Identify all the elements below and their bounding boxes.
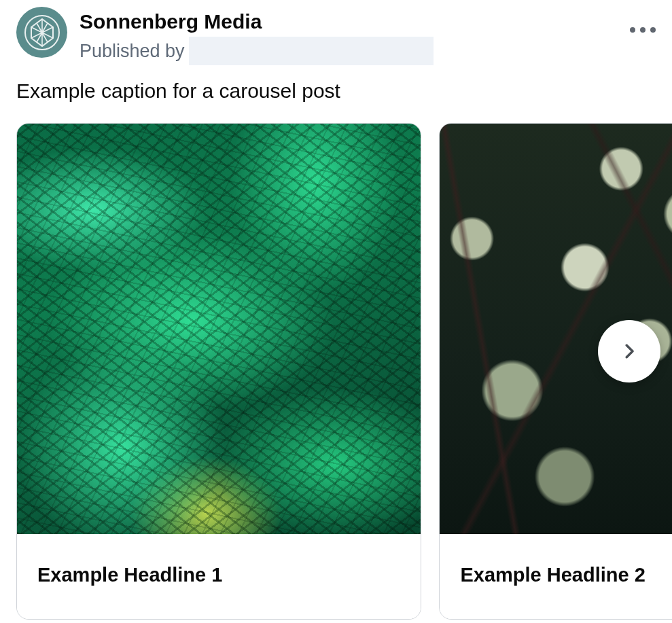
published-by-redacted — [189, 37, 434, 65]
post-caption: Example caption for a carousel post — [0, 65, 672, 104]
card-caption-area: Example Headline 2 — [440, 534, 672, 619]
card-headline: Example Headline 1 — [37, 564, 400, 586]
more-menu-button[interactable] — [630, 27, 656, 33]
chevron-right-icon — [619, 341, 639, 361]
carousel[interactable]: Example Headline 1 Example Headline 2 — [0, 123, 672, 620]
carousel-next-button[interactable] — [598, 320, 660, 382]
published-by-label: Published by — [79, 41, 185, 62]
post-header: Sonnenberg Media Published by — [0, 0, 672, 65]
card-image[interactable] — [17, 124, 421, 534]
carousel-card[interactable]: Example Headline 1 — [16, 123, 421, 620]
published-by-line: Published by — [79, 37, 434, 65]
avatar[interactable] — [16, 7, 67, 58]
header-text: Sonnenberg Media Published by — [79, 7, 434, 65]
page-name[interactable]: Sonnenberg Media — [79, 10, 434, 34]
card-caption-area: Example Headline 1 — [17, 534, 421, 619]
leaf-logo-icon — [24, 15, 60, 50]
more-horizontal-icon — [630, 27, 635, 33]
card-headline: Example Headline 2 — [460, 564, 672, 586]
